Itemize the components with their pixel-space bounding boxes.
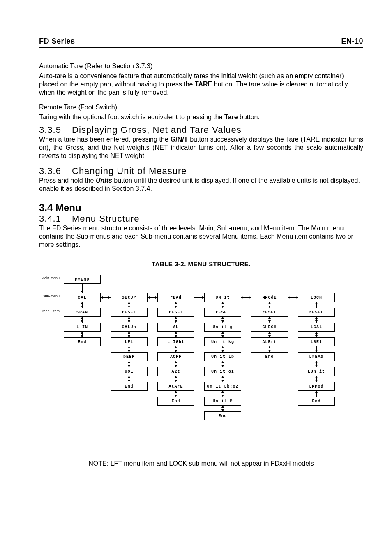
node-item-2-5: AtArE [157, 382, 194, 391]
node-sub-1: SEtUP [111, 293, 148, 302]
bidir-arrow-v [223, 361, 223, 367]
node-item-2-4: A2t [157, 367, 194, 376]
node-item-0-1: L IN [64, 323, 101, 332]
bidir-arrow-v [176, 361, 176, 367]
node-item-1-5: End [111, 382, 148, 391]
node-item-2-6: End [157, 397, 194, 406]
node-sub-2: rEAd [157, 293, 194, 302]
node-item-3-6: Un it P [204, 397, 241, 406]
remote-tare-title: Remote Tare (Foot Switch) [39, 104, 117, 111]
bidir-arrow-v [316, 317, 317, 323]
section-335-paragraph: When a tare has been entered, pressing t… [39, 135, 363, 160]
section-34-heading: 3.4 Menu [39, 202, 363, 214]
footer-note: NOTE: LFT menu item and LOCK sub menu wi… [39, 460, 363, 467]
tare-button-label-2: Tare [224, 114, 238, 121]
bidir-arrow-v [129, 332, 129, 337]
node-item-3-3: Un it Lb [204, 352, 241, 361]
bidir-arrow-v [270, 346, 270, 352]
auto-tare-title: Automatic Tare (Refer to Section 3.7.3) [39, 63, 152, 70]
units-button-label: Units [96, 177, 112, 184]
bidir-arrow-v [223, 317, 223, 323]
bidir-arrow-v [129, 302, 129, 308]
node-item-4-3: End [251, 352, 288, 361]
section-336-heading: 3.3.6Changing Unit of Measure [39, 166, 363, 176]
section-336-paragraph: Press and hold the Units button until th… [39, 176, 363, 193]
bidir-arrow-v [82, 302, 83, 308]
bidir-arrow-h [194, 297, 204, 298]
bidir-arrow-v [129, 376, 129, 382]
bidir-arrow-v [316, 346, 317, 352]
bidir-arrow-v [176, 317, 176, 323]
bidir-arrow-v [129, 317, 129, 323]
bidir-arrow-v [176, 376, 176, 382]
node-item-0-2: End [64, 337, 101, 346]
node-sub-3: UN It [204, 293, 241, 302]
node-item-0-0: SPAN [64, 308, 101, 317]
node-item-3-0: rESEt [204, 308, 241, 317]
section-341-heading: 3.4.1Menu Structure [39, 214, 363, 224]
gnt-button-label: G/N/T [171, 136, 188, 143]
node-item-4-2: ALErt [251, 337, 288, 346]
bidir-arrow-v [316, 376, 317, 382]
bidir-arrow-v [82, 317, 83, 323]
bidir-arrow-h [101, 297, 111, 298]
node-item-5-4: LUn it [298, 367, 335, 376]
node-item-4-1: CHECH [251, 323, 288, 332]
node-item-1-4: UOL [111, 367, 148, 376]
section-335-heading: 3.3.5Displaying Gross, Net and Tare Valu… [39, 125, 363, 135]
arrow-down [82, 284, 83, 293]
bidir-arrow-h [288, 297, 298, 298]
node-item-2-0: rESEt [157, 308, 194, 317]
node-item-3-2: Un it kg [204, 337, 241, 346]
header-right: EN-10 [341, 37, 363, 46]
node-item-1-0: rESEt [111, 308, 148, 317]
bidir-arrow-v [316, 391, 317, 397]
node-item-5-0: rESEt [298, 308, 335, 317]
bidir-arrow-v [223, 391, 223, 397]
node-item-1-3: bEEP [111, 352, 148, 361]
bidir-arrow-v [316, 302, 317, 308]
bidir-arrow-v [223, 302, 223, 308]
node-sub-5: LOCH [298, 293, 335, 302]
side-label-main: Main menu [31, 276, 60, 280]
node-item-5-5: LMMod [298, 382, 335, 391]
bidir-arrow-v [223, 346, 223, 352]
node-item-3-1: Un it g [204, 323, 241, 332]
node-item-4-0: rESEt [251, 308, 288, 317]
node-item-1-1: CALUn [111, 323, 148, 332]
node-item-2-3: AOFF [157, 352, 194, 361]
node-item-1-2: LFt [111, 337, 148, 346]
bidir-arrow-v [270, 317, 270, 323]
bidir-arrow-v [176, 302, 176, 308]
node-item-2-1: AL [157, 323, 194, 332]
bidir-arrow-v [223, 332, 223, 337]
header-left: FD Series [39, 37, 75, 46]
menu-structure-diagram: Main menu Sub-menu Menu item MMENUCALSPA… [31, 275, 363, 435]
bidir-arrow-h [241, 297, 251, 298]
bidir-arrow-v [176, 391, 176, 397]
node-item-5-2: LSEt [298, 337, 335, 346]
side-label-sub: Sub-menu [31, 294, 60, 298]
bidir-arrow-v [176, 332, 176, 337]
bidir-arrow-v [223, 406, 223, 411]
node-sub-4: MMOdE [251, 293, 288, 302]
bidir-arrow-v [270, 332, 270, 337]
bidir-arrow-v [270, 302, 270, 308]
node-item-5-3: LrEAd [298, 352, 335, 361]
table-title: TABLE 3-2. MENU STRUCTURE. [39, 260, 363, 267]
remote-tare-paragraph: Taring with the optional foot switch is … [39, 113, 363, 121]
node-item-3-4: Un it oz [204, 367, 241, 376]
node-item-2-2: L IGht [157, 337, 194, 346]
auto-tare-paragraph: Auto-tare is a convenience feature that … [39, 72, 363, 97]
bidir-arrow-v [316, 332, 317, 337]
node-item-5-6: End [298, 397, 335, 406]
bidir-arrow-v [82, 332, 83, 337]
bidir-arrow-v [129, 361, 129, 367]
section-341-paragraph: The FD Series menu structure consists of… [39, 224, 363, 249]
node-item-3-7: End [204, 411, 241, 420]
side-label-item: Menu item [31, 309, 60, 313]
bidir-arrow-v [176, 346, 176, 352]
header-rule [39, 47, 363, 48]
bidir-arrow-v [223, 376, 223, 382]
node-item-3-5: Un it Lb:oz [204, 382, 241, 391]
